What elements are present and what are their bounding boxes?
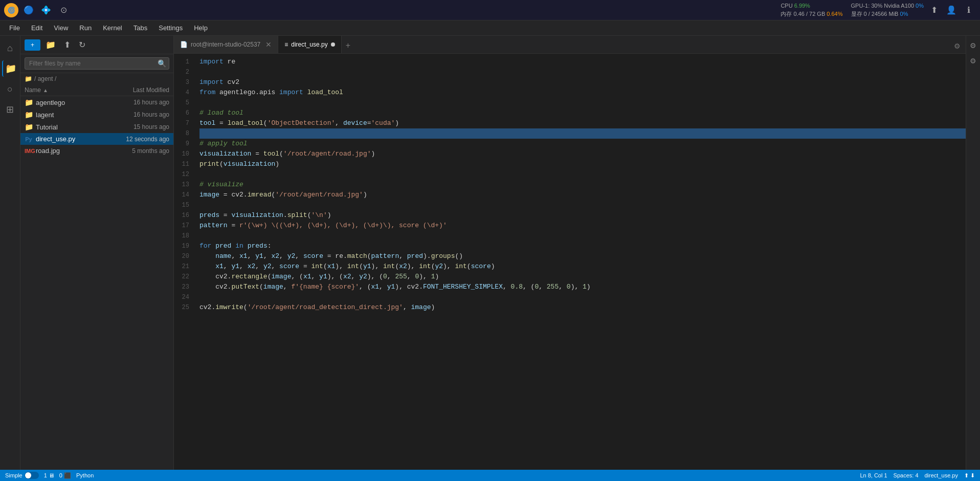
status-spaces: Spaces: 4 bbox=[894, 472, 919, 478]
file-list: 📁 agentlego 16 hours ago 📁 lagent 16 hou… bbox=[20, 96, 173, 470]
code-line-8 bbox=[199, 128, 966, 139]
code-line-13: # visualize bbox=[199, 180, 966, 190]
code-line-24 bbox=[199, 292, 966, 302]
right-config-icon[interactable]: ⚙ bbox=[968, 55, 979, 67]
menu-settings[interactable]: Settings bbox=[153, 22, 188, 34]
folder-icon: 📁 bbox=[25, 75, 32, 82]
menu-kernel[interactable]: Kernel bbox=[98, 22, 127, 34]
activity-files[interactable]: 📁 bbox=[2, 60, 18, 77]
refresh-button[interactable]: ↻ bbox=[76, 39, 88, 51]
menu-run[interactable]: Run bbox=[74, 22, 97, 34]
tab-terminal-icon: 📄 bbox=[180, 41, 188, 48]
top-bar: 🌀 🔵 💠 ⊙ CPU 6.99% 内存 0.46 / 72 GB 0.64% … bbox=[0, 0, 980, 20]
user-icon[interactable]: 👤 bbox=[944, 3, 959, 17]
sort-arrow-icon: ▲ bbox=[43, 88, 48, 93]
list-item[interactable]: 📁 agentlego 16 hours ago bbox=[20, 96, 173, 108]
menu-edit[interactable]: Edit bbox=[26, 22, 48, 34]
editor-area: 📄 root@intern-studio-02537 ✕ ≡ direct_us… bbox=[174, 36, 966, 470]
code-line-25: cv2.imwrite('/root/agent/road_detection_… bbox=[199, 302, 966, 313]
upload-button[interactable]: ⬆ bbox=[61, 39, 74, 51]
code-line-3: import cv2 bbox=[199, 77, 966, 88]
tab-file-icon: ≡ bbox=[284, 41, 288, 48]
code-line-22: cv2.rectangle(image, (x1, y1), (x2, y2),… bbox=[199, 272, 966, 282]
status-position: Ln 8, Col 1 bbox=[860, 472, 887, 478]
activity-search[interactable]: ○ bbox=[2, 81, 18, 97]
modified-col-header: Last Modified bbox=[113, 86, 169, 94]
activity-bar: ⌂ 📁 ○ ⊞ bbox=[0, 36, 20, 470]
code-line-19: for pred in preds: bbox=[199, 241, 966, 251]
right-settings-icon[interactable]: ⚙ bbox=[968, 40, 979, 51]
tab-close-icon[interactable]: ✕ bbox=[265, 40, 272, 49]
tab-direct-use[interactable]: ≡ direct_use.py bbox=[278, 36, 341, 53]
name-col-header: Name ▲ bbox=[25, 86, 113, 94]
sidebar-toolbar: + + 📁 ⬆ ↻ bbox=[20, 36, 173, 54]
code-line-7: tool = load_tool('ObjectDetection', devi… bbox=[199, 118, 966, 128]
folder-icon: 📁 bbox=[25, 98, 33, 106]
search-container: 🔍 bbox=[20, 54, 173, 73]
status-icons: ⬆ ⬇ bbox=[964, 472, 975, 479]
code-line-4: from agentlego.apis import load_tool bbox=[199, 88, 966, 98]
menu-tabs[interactable]: Tabs bbox=[128, 22, 152, 34]
tab-bar: 📄 root@intern-studio-02537 ✕ ≡ direct_us… bbox=[174, 36, 966, 54]
code-line-11: print(visualization) bbox=[199, 159, 966, 169]
main-content: ⌂ 📁 ○ ⊞ + + 📁 ⬆ ↻ 🔍 📁 / agent / Name ▲ bbox=[0, 36, 980, 470]
mem-label: 内存 0.46 / 72 GB 0.64% bbox=[781, 10, 842, 18]
code-line-1: import re bbox=[199, 57, 966, 67]
py-file-icon: Py bbox=[25, 136, 33, 142]
upload-icon[interactable]: ⬆ bbox=[927, 3, 941, 17]
status-left: Simple 1 🖥 0 ⬛ Python bbox=[5, 472, 94, 479]
list-item[interactable]: 📁 lagent 16 hours ago bbox=[20, 108, 173, 121]
toggle-knob bbox=[25, 472, 31, 478]
tab-terminal[interactable]: 📄 root@intern-studio-02537 ✕ bbox=[174, 36, 278, 53]
folder-icon: 📁 bbox=[25, 123, 33, 131]
code-line-17: pattern = r'(\w+) \((\d+), (\d+), (\d+),… bbox=[199, 221, 966, 231]
code-editor[interactable]: 1 2 3 4 5 6 7 8 9 10 11 12 13 14 15 16 1… bbox=[174, 54, 966, 470]
code-line-14: image = cv2.imread('/root/agent/road.jpg… bbox=[199, 190, 966, 200]
status-num1: 1 🖥 bbox=[44, 472, 54, 478]
list-item[interactable]: 📁 Tutorial 15 hours ago bbox=[20, 121, 173, 133]
search-input[interactable] bbox=[25, 57, 169, 70]
code-line-9: # apply tool bbox=[199, 139, 966, 149]
code-line-20: name, x1, y1, x2, y2, score = re.match(p… bbox=[199, 251, 966, 261]
icon-code[interactable]: 💠 bbox=[39, 3, 53, 17]
plus-icon: + bbox=[31, 41, 34, 49]
folder-icon: 📁 bbox=[25, 111, 33, 119]
status-bar: Simple 1 🖥 0 ⬛ Python Ln 8, Col 1 Spaces… bbox=[0, 470, 980, 481]
search-icon[interactable]: 🔍 bbox=[158, 59, 166, 68]
code-line-5 bbox=[199, 98, 966, 108]
status-num2: 0 ⬛ bbox=[59, 472, 71, 479]
activity-home[interactable]: ⌂ bbox=[2, 40, 18, 56]
cpu-label: CPU 6.99% bbox=[781, 2, 842, 10]
menu-help[interactable]: Help bbox=[189, 22, 213, 34]
list-item[interactable]: IMG road.jpg 5 months ago bbox=[20, 145, 173, 157]
status-python: Python bbox=[76, 472, 94, 478]
menu-file[interactable]: File bbox=[4, 22, 25, 34]
icon-refresh[interactable]: 🔵 bbox=[21, 3, 36, 17]
status-right: Ln 8, Col 1 Spaces: 4 direct_use.py ⬆ ⬇ bbox=[860, 472, 975, 479]
code-content: import re import cv2 from agentlego.apis… bbox=[194, 54, 966, 470]
tab-settings-icon[interactable]: ⚙ bbox=[949, 39, 966, 53]
cpu-value: 6.99% bbox=[794, 3, 810, 9]
term-icon: 🖥 bbox=[49, 472, 54, 478]
code-line-21: x1, y1, x2, y2, score = int(x1), int(y1)… bbox=[199, 261, 966, 272]
status-filename: direct_use.py bbox=[925, 472, 958, 478]
info-icon[interactable]: ℹ bbox=[962, 3, 976, 17]
menu-bar: File Edit View Run Kernel Tabs Settings … bbox=[0, 20, 980, 36]
list-item-active[interactable]: Py direct_use.py 12 seconds ago bbox=[20, 133, 173, 145]
menu-view[interactable]: View bbox=[49, 22, 73, 34]
status-mode: Simple bbox=[5, 472, 39, 479]
icon-nav[interactable]: ⊙ bbox=[56, 3, 71, 17]
activity-extensions[interactable]: ⊞ bbox=[2, 101, 18, 118]
folder-new-button[interactable]: 📁 bbox=[42, 39, 59, 51]
mode-toggle[interactable] bbox=[25, 472, 39, 479]
new-file-button[interactable]: + + bbox=[25, 39, 40, 51]
top-bar-actions: ⬆ 👤 ℹ bbox=[927, 3, 976, 17]
code-line-23: cv2.putText(image, f'{name} {score}', (x… bbox=[199, 282, 966, 292]
code-line-15 bbox=[199, 200, 966, 210]
tab-add-button[interactable]: + bbox=[342, 38, 354, 53]
system-stats: CPU 6.99% 内存 0.46 / 72 GB 0.64% GPU-1: 3… bbox=[781, 2, 924, 18]
app-logo: 🌀 bbox=[4, 3, 18, 17]
line-numbers: 1 2 3 4 5 6 7 8 9 10 11 12 13 14 15 16 1… bbox=[174, 54, 194, 470]
file-list-header[interactable]: Name ▲ Last Modified bbox=[20, 84, 173, 96]
img-file-icon: IMG bbox=[25, 148, 33, 154]
